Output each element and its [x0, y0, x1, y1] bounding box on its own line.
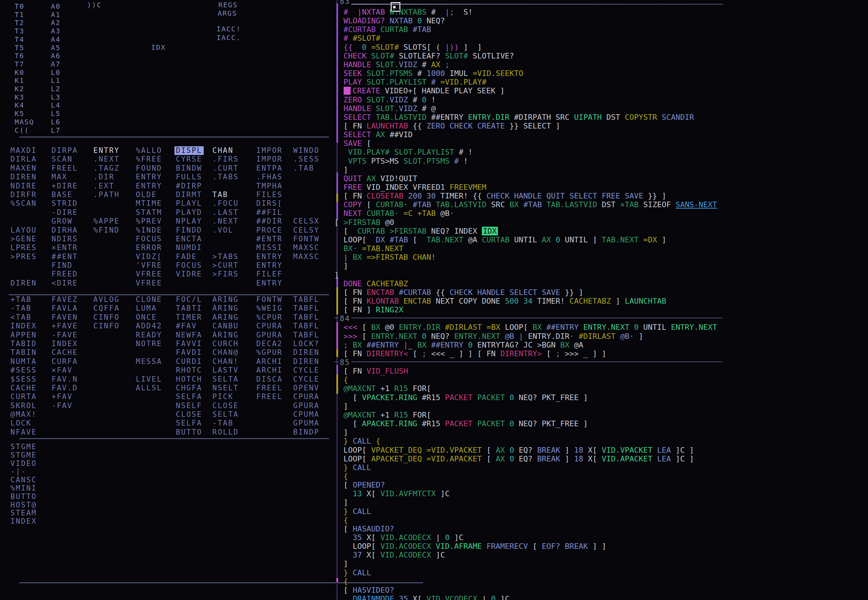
dict-word[interactable]: ENTRY	[136, 182, 162, 191]
dict-word[interactable]: %APPE	[93, 217, 120, 226]
dict-word[interactable]: >TABS	[212, 253, 239, 261]
code-line[interactable]: | BX =>FIRSTAB CHAN!	[334, 253, 436, 262]
dict-word[interactable]: CANSC	[11, 476, 37, 484]
dict-word[interactable]: MAXEN	[11, 164, 37, 173]
dict-word[interactable]: ENTRY	[256, 253, 283, 261]
dict-word[interactable]: >PRES	[11, 253, 37, 261]
dict-word[interactable]: ENTRY	[136, 173, 162, 182]
dict-word[interactable]: FREEL	[52, 164, 78, 173]
dict-word[interactable]: RHOTC	[176, 366, 202, 375]
dict-word[interactable]: %FREE	[136, 155, 162, 164]
dict-word[interactable]: #DIRP	[176, 182, 204, 191]
dict-word[interactable]: PROCE	[256, 226, 283, 235]
dict-word[interactable]: .NEXT	[93, 155, 120, 164]
dict-word[interactable]: -|-	[11, 468, 37, 476]
iacc-store-label[interactable]: IACC!	[217, 25, 241, 33]
dict-word[interactable]: CINFO	[93, 322, 120, 330]
dict-word[interactable]: NSELF	[176, 402, 202, 410]
dict-word[interactable]: CURTA	[11, 392, 37, 401]
code-line[interactable]: # #SLOT#	[334, 34, 380, 42]
dict-word[interactable]: CELSY	[293, 226, 320, 235]
code-line[interactable]: [ FN CLOSETAB 200 30 TIMER! {{ CHECK HAN…	[334, 191, 667, 200]
code-line[interactable]: #CURTAB CURTAB #TAB	[334, 25, 431, 34]
dict-word[interactable]: STRID	[52, 199, 78, 208]
dict-word[interactable]: DIRMT	[176, 191, 204, 199]
dict-word[interactable]: CLONE	[136, 295, 162, 304]
dict-word[interactable]: ADD42	[136, 322, 162, 330]
dict-word[interactable]: BINDW	[176, 164, 204, 173]
code-line[interactable]: [ HASAUDIO?	[334, 524, 394, 533]
dict-word[interactable]: ARING	[212, 304, 239, 313]
dict-word[interactable]: DIREN	[293, 357, 320, 366]
code-line[interactable]: [ FN VID_FLUSH	[334, 367, 408, 376]
dict-word[interactable]: TABIN	[11, 348, 37, 357]
code-line[interactable]: ]	[334, 271, 339, 279]
dict-word[interactable]: CURDI	[176, 357, 202, 366]
code-line[interactable]: [ CURTAB >FIRSTAB NEQ? INDEX IDX	[334, 227, 498, 235]
code-line[interactable]: DRAINMODE 35 X[ VID.VCODECX | 0 ]C	[334, 594, 509, 600]
code-line[interactable]: {	[334, 516, 348, 524]
dict-word[interactable]: ×FAV	[52, 366, 78, 375]
dict-word[interactable]: FAVVI	[176, 339, 202, 348]
dict-word[interactable]: SELTA	[212, 410, 239, 419]
code-line[interactable]: # |NXTAB W.NXTABS # |; S!	[334, 8, 473, 17]
dict-word[interactable]: NEWFA	[176, 331, 202, 339]
dict-word-selected[interactable]: DISPL	[174, 146, 204, 155]
dict-word[interactable]: TABFL	[293, 295, 320, 304]
dict-word[interactable]: TABFL	[293, 322, 320, 330]
dict-word[interactable]: -TAB	[11, 304, 37, 313]
code-line[interactable]: NEXT CURTAB· =C +TAB @B·	[334, 209, 454, 218]
dict-word[interactable]: TABID	[11, 339, 37, 348]
code-line[interactable]: COPY [ CURTAB· #TAB TAB.LASTVID SRC BX #…	[334, 200, 717, 209]
dict-word[interactable]: CPUMA	[293, 410, 320, 419]
dict-word[interactable]: FINDD	[176, 226, 204, 235]
dict-word[interactable]: NUMDI	[176, 243, 204, 252]
dict-word[interactable]: VIDZ[	[136, 253, 162, 261]
code-line[interactable]: LOOP[ DX #TAB [ TAB.NEXT @A CURTAB UNTIL…	[334, 235, 667, 244]
dict-word[interactable]: IMPOR	[256, 146, 283, 155]
dict-word[interactable]: MAX	[52, 173, 78, 182]
dict-word[interactable]: MESSA	[136, 357, 162, 366]
dict-word[interactable]: CELSX	[293, 217, 320, 226]
dict-word[interactable]: WINDO	[293, 146, 320, 155]
dict-word[interactable]: FREEL	[256, 384, 283, 392]
code-line[interactable]: } CALL	[334, 568, 371, 577]
dict-word[interactable]: ##FIL	[256, 208, 283, 217]
dict-word[interactable]: VFREE	[136, 279, 162, 288]
dict-word[interactable]: TAB	[212, 191, 239, 199]
dict-word[interactable]: .TAGZ	[93, 164, 120, 173]
dict-word[interactable]: .LAST	[212, 208, 239, 217]
dict-word[interactable]: INDEX	[11, 517, 37, 526]
dict-word[interactable]: -FAV	[52, 402, 78, 410]
code-line[interactable]: HANDLE SLOT.VIDZ # @	[334, 104, 436, 113]
dict-word[interactable]: BINDP	[293, 428, 320, 437]
dict-word[interactable]: FILEF	[256, 270, 283, 279]
dict-word[interactable]: FAVDI	[176, 348, 202, 357]
code-line[interactable]: HANDLE SLOT.VIDZ # AX ;	[334, 60, 450, 69]
dict-word[interactable]: @MAX!	[11, 410, 37, 419]
dict-word[interactable]: FADE	[176, 253, 204, 261]
code-line[interactable]: ]	[334, 559, 348, 568]
dict-word[interactable]: +FAVE	[52, 322, 78, 330]
dict-word[interactable]: OLDE	[136, 191, 162, 199]
dict-word[interactable]: TABFL	[293, 304, 320, 313]
dict-word[interactable]: -FAVE	[52, 331, 78, 339]
dict-word[interactable]: HOTCH	[176, 375, 202, 384]
dict-word[interactable]: FONTW	[256, 295, 283, 304]
dict-word[interactable]: +DIRE	[52, 182, 78, 191]
dict-word[interactable]: GPURA	[256, 331, 283, 339]
dict-word[interactable]: DIREN	[11, 279, 37, 288]
dict-word[interactable]: TIMER	[176, 313, 202, 322]
code-line[interactable]: [ FN LAUNCHTAB {{ ZERO CHECK CREATE }} S…	[334, 121, 560, 130]
dict-word[interactable]: CANBU	[212, 322, 239, 330]
dict-word[interactable]: %FIND	[93, 226, 120, 235]
dict-word[interactable]: SELTA	[212, 375, 239, 384]
dict-word[interactable]: DIRLA	[11, 155, 37, 164]
dict-word[interactable]: CLOSE	[212, 402, 239, 410]
dict-word[interactable]: FAV.N	[52, 375, 78, 384]
dict-word[interactable]: ×ENTR	[52, 243, 78, 252]
dict-word[interactable]: -DIRE	[52, 208, 78, 217]
dict-word[interactable]: ROLLD	[212, 428, 239, 437]
dict-word[interactable]: .TAB	[293, 164, 320, 173]
code-line[interactable]: QUIT AX VID!QUIT	[334, 174, 417, 183]
